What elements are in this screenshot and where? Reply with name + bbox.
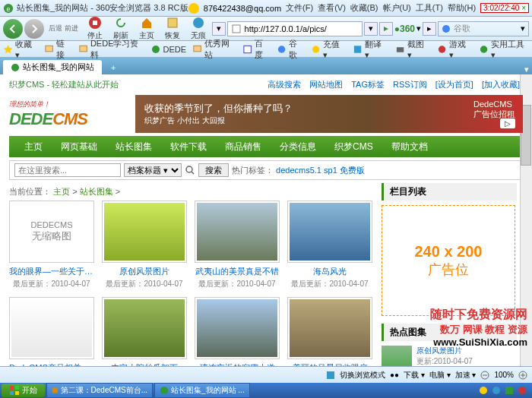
header-banner[interactable]: 收获的季节到了，但你播种了吗？ 织梦广告 小付出 大回报 DedeCMS 广告位… [135,95,523,133]
card-thumbnail[interactable] [195,201,280,263]
tray-icon[interactable] [504,385,515,396]
addr-dropdown[interactable]: ▾ [212,22,226,36]
card-thumbnail[interactable] [195,297,280,359]
menu-fav[interactable]: 收藏(B) [350,2,378,14]
qq-icon[interactable] [188,3,199,14]
task-item-1[interactable]: 第二课：DedeCMS前台... [46,383,153,398]
link-sitemap[interactable]: 网站地图 [309,80,343,89]
gallery-card[interactable]: 琉连忘返的宿雾大道最后更新：2010-04-07 [195,297,280,366]
status-download[interactable]: 下载 ▾ [404,370,425,381]
svg-rect-11 [194,46,201,52]
link-addfav[interactable]: [加入收藏] [482,80,520,89]
card-thumbnail[interactable] [287,201,372,263]
gallery-card[interactable]: 海岛风光最后更新：2010-04-07 [287,201,372,289]
card-thumbnail[interactable] [102,297,187,359]
bm-google[interactable]: 谷歌 [277,38,305,61]
back-button[interactable] [3,19,23,39]
card-title[interactable]: 琉连忘返的宿雾大道 [195,362,280,366]
card-thumbnail[interactable] [9,297,94,359]
site-logo[interactable]: 理想的简单！ DEDECMS [9,95,131,133]
nav-dedecms[interactable]: 织梦CMS [325,136,382,157]
gallery-card[interactable]: DedeCMS产品相关截图最后更新：2010-04-07 [9,297,94,366]
site-navbar: 主页 网页基础 站长图集 软件下载 商品销售 分类信息 织梦CMS 帮助文档 [9,136,523,157]
addr-go2[interactable] [379,22,393,36]
card-title[interactable]: 海岛风光 [287,266,372,277]
tab-add-button[interactable]: + [106,61,120,74]
card-thumbnail[interactable] [287,297,372,359]
link-sethome[interactable]: [设为首页] [435,80,473,89]
menu-file[interactable]: 文件(F) [286,2,313,14]
brand-dropdown[interactable]: ▾ [416,24,421,33]
bm-tools[interactable]: 实用工具 ▾ [479,39,529,60]
clock-widget[interactable]: 3:02/22:40 × [480,3,529,13]
card-title[interactable]: 我的眼界—一些关于花的照片 [9,266,94,277]
windows-icon [9,385,20,396]
bm-games[interactable]: 游戏 ▾ [437,39,471,60]
crumb-category[interactable]: 站长图集 [80,187,113,196]
menu-help[interactable]: 帮助(H) [448,2,476,14]
nav-gallery[interactable]: 站长图集 [106,136,161,157]
bm-sites[interactable]: 优秀网站 [192,38,236,61]
start-button[interactable]: 开始 [2,384,45,397]
bm-baidu[interactable]: 百度 [242,38,271,61]
crumb-home[interactable]: 主页 [53,187,70,196]
card-thumbnail[interactable]: DEDECMS无缩略图 [9,201,94,263]
gallery-card[interactable]: DEDECMS无缩略图我的眼界—一些关于花的照片最后更新：2010-04-07 [9,201,94,289]
addr-go[interactable]: ▾ [364,22,378,36]
task-item-2[interactable]: 站长图集_我的网站 ... [154,383,250,398]
tab-active[interactable]: 站长图集_我的网站 [3,60,102,74]
card-title[interactable]: 原创风景图片 [102,266,187,277]
hot-tag-link[interactable]: dedecms5.1 sp1 免费版 [276,166,365,175]
bm-links[interactable]: 链接 [44,38,72,61]
bm-dede[interactable]: DEDE [150,44,187,55]
link-rss[interactable]: RSS订阅 [393,80,427,89]
nav-classified[interactable]: 分类信息 [271,136,325,157]
qq-account[interactable]: 876422438@qq.com [204,4,281,13]
status-pc[interactable]: 电脑 ▾ [429,370,451,381]
search-go[interactable]: ▸ [423,22,436,36]
bm-dede-study[interactable]: DEDE学习资料 [78,38,144,61]
search-type-select[interactable]: 档案标题 ▾ [124,163,182,177]
bm-recharge[interactable]: 充值 ▾ [311,39,345,60]
menu-view[interactable]: 查看(V) [318,2,346,14]
forward-button[interactable] [24,19,44,39]
hot-item[interactable]: 原创风景图片 更新:2010-04-07 [382,346,517,366]
tray-icon[interactable] [478,385,489,396]
zoom-out-icon[interactable] [480,371,489,380]
system-tray[interactable] [475,385,530,396]
gallery-card[interactable]: 武夷山的美景真是不错最后更新：2010-04-07 [195,201,280,289]
zoom-in-icon[interactable] [518,371,527,380]
bm-favorites[interactable]: 收藏 ▾ [3,39,38,60]
card-title[interactable]: 武夷山的美景真是不错 [195,266,280,277]
gallery-card[interactable]: 农家小院丝瓜架下最后更新：2010-04-07 [102,297,187,366]
menu-account[interactable]: 帐户(U) [383,2,411,14]
menu-tools[interactable]: 工具(T) [416,2,443,14]
search-button[interactable]: 搜索 [198,163,229,177]
status-speed[interactable]: 加速 ▾ [455,370,477,381]
nav-help[interactable]: 帮助文档 [382,136,437,157]
tray-icon[interactable] [491,385,502,396]
tray-icon[interactable] [517,385,527,396]
search-engine-box[interactable]: 谷歌 ▾ [438,21,529,36]
site-search-input[interactable] [14,163,121,177]
nav-sales[interactable]: 商品销售 [216,136,271,157]
mode-switch[interactable]: 切换浏览模式 [340,370,385,381]
card-thumbnail[interactable] [102,201,187,263]
bm-translate[interactable]: 翻译 ▾ [353,39,387,60]
gallery-card[interactable]: 原创风景图片最后更新：2010-04-07 [102,201,187,289]
nav-download[interactable]: 软件下载 [161,136,216,157]
bm-screenshot[interactable]: 截图 ▾ [395,39,429,60]
card-title[interactable]: 美丽的风景尽收眼底 [287,362,372,366]
gallery-card[interactable]: 美丽的风景尽收眼底最后更新：2010-04-07 [287,297,372,366]
card-title[interactable]: DedeCMS产品相关截图 [9,362,94,366]
link-tags[interactable]: TAG标签 [351,80,385,89]
ad-placeholder[interactable]: 240 x 200 广告位 [382,205,515,316]
nav-basics[interactable]: 网页基础 [52,136,106,157]
card-title[interactable]: 农家小院丝瓜架下 [102,362,187,366]
restore-button[interactable]: 恢复 [160,16,185,41]
address-bar[interactable]: http://127.0.0.1/a/pics/ [227,21,363,36]
tab-menu-icon[interactable]: ▾ [524,65,529,74]
nav-home[interactable]: 主页 [15,136,52,157]
banner-play-icon[interactable]: ▷ [500,118,515,128]
link-advsearch[interactable]: 高级搜索 [268,80,301,89]
